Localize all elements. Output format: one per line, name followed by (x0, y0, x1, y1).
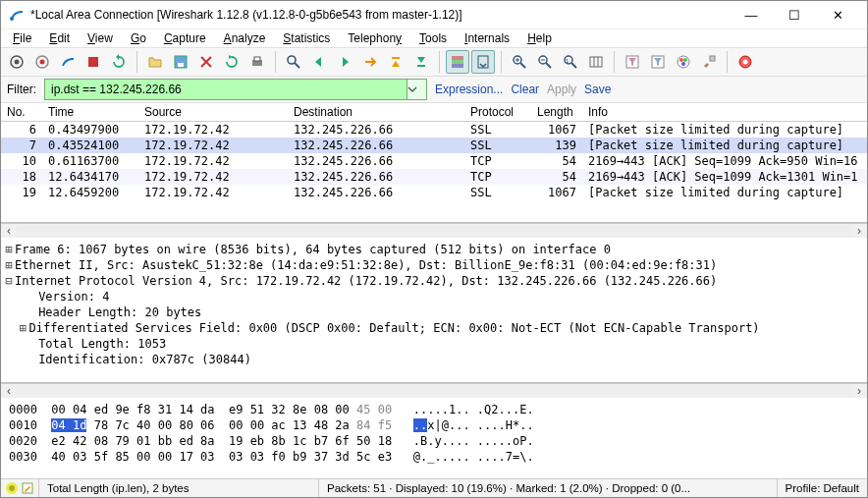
table-row[interactable]: 70.43524100172.19.72.42132.245.226.66SSL… (1, 138, 867, 153)
resize-columns-button[interactable] (584, 50, 608, 74)
details-hscroll[interactable]: ‹› (1, 383, 867, 398)
apply-link[interactable]: Apply (547, 83, 576, 96)
collapse-icon[interactable]: ⊟ (3, 273, 15, 289)
status-packets: Packets: 51 · Displayed: 10 (19.6%) · Ma… (319, 479, 778, 497)
tree-ipv4-dsfield[interactable]: ⊞Differentiated Services Field: 0x00 (DS… (3, 320, 865, 336)
status-profile[interactable]: Profile: Default (778, 479, 867, 497)
svg-point-36 (681, 62, 685, 66)
go-to-packet-button[interactable] (358, 50, 382, 74)
go-forward-button[interactable] (333, 50, 356, 74)
expand-icon[interactable]: ⊞ (17, 320, 28, 336)
svg-point-39 (743, 60, 748, 65)
zoom-100-button[interactable]: 1 (559, 50, 582, 74)
expert-info-icon[interactable] (5, 481, 19, 495)
menu-internals[interactable]: Internals (457, 29, 517, 47)
packet-list-pane[interactable]: No. Time Source Destination Protocol Len… (1, 103, 867, 223)
go-back-button[interactable] (307, 50, 331, 74)
svg-rect-13 (417, 65, 425, 67)
find-button[interactable] (282, 50, 305, 74)
menu-telephony[interactable]: Telephony (340, 29, 409, 47)
menu-capture[interactable]: Capture (156, 29, 214, 47)
col-header-no[interactable]: No. (1, 103, 42, 122)
menu-analyze[interactable]: Analyze (216, 29, 274, 47)
table-row[interactable]: 100.61163700172.19.72.42132.245.226.66TC… (1, 153, 867, 169)
tree-ipv4[interactable]: ⊟Internet Protocol Version 4, Src: 172.1… (3, 273, 865, 289)
packet-details-pane[interactable]: ⊞Frame 6: 1067 bytes on wire (8536 bits)… (1, 238, 867, 383)
save-file-button[interactable] (169, 50, 192, 74)
menu-file[interactable]: File (5, 29, 39, 47)
capture-stop-button[interactable] (81, 50, 105, 74)
svg-text:1: 1 (566, 58, 570, 64)
packet-bytes-pane[interactable]: 0000 00 04 ed 9e f8 31 14 da e9 51 32 8e… (1, 398, 867, 478)
zoom-in-button[interactable] (508, 50, 531, 74)
svg-line-19 (520, 63, 525, 68)
help-button[interactable] (733, 50, 757, 74)
filter-input-box (44, 79, 427, 100)
save-link[interactable]: Save (584, 83, 611, 96)
svg-rect-16 (452, 64, 463, 68)
coloring-rules-button[interactable] (672, 50, 695, 74)
edit-capture-comment-icon[interactable] (21, 481, 34, 495)
auto-scroll-button[interactable] (471, 50, 495, 74)
go-last-button[interactable] (409, 50, 433, 74)
tree-frame[interactable]: ⊞Frame 6: 1067 bytes on wire (8536 bits)… (3, 242, 865, 257)
expand-icon[interactable]: ⊞ (3, 257, 15, 273)
capture-start-button[interactable] (56, 50, 80, 74)
filter-input[interactable] (45, 80, 407, 99)
print-button[interactable] (245, 50, 269, 74)
titlebar: *Local Area Connection [Wireshark 1.12.8… (1, 1, 867, 29)
status-field: Total Length (ip.len), 2 bytes (39, 479, 319, 497)
clear-link[interactable]: Clear (511, 83, 539, 96)
open-file-button[interactable] (143, 50, 167, 74)
tree-ethernet[interactable]: ⊞Ethernet II, Src: AsustekC_51:32:8e (14… (3, 257, 865, 273)
col-header-length[interactable]: Length (531, 103, 582, 122)
go-first-button[interactable] (384, 50, 407, 74)
col-header-destination[interactable]: Destination (288, 103, 464, 122)
colorize-button[interactable] (446, 50, 469, 74)
svg-point-35 (683, 58, 687, 62)
tree-ipv4-headerlen[interactable]: Header Length: 20 bytes (3, 304, 865, 320)
col-header-source[interactable]: Source (138, 103, 288, 122)
svg-rect-15 (452, 60, 463, 64)
svg-rect-28 (590, 57, 602, 67)
svg-point-41 (9, 485, 15, 491)
hex-row: 0010 04 1d 78 7c 40 00 80 06 00 00 ac 13… (9, 417, 859, 433)
capture-options-button[interactable] (30, 50, 54, 74)
hex-row: 0030 40 03 5f 85 00 00 17 03 03 03 f0 b9… (9, 449, 859, 465)
filter-dropdown-button[interactable] (407, 80, 426, 99)
close-button[interactable]: ✕ (816, 1, 859, 28)
close-file-button[interactable] (194, 50, 218, 74)
expression-link[interactable]: Expression... (435, 83, 503, 96)
display-filters-button[interactable] (646, 50, 670, 74)
capture-interfaces-button[interactable] (5, 50, 28, 74)
svg-rect-5 (88, 57, 98, 67)
menu-tools[interactable]: Tools (411, 29, 455, 47)
menu-go[interactable]: Go (123, 29, 154, 47)
table-row[interactable]: 1912.6459200172.19.72.42132.245.226.66SS… (1, 185, 867, 200)
zoom-out-button[interactable] (533, 50, 557, 74)
menu-edit[interactable]: Edit (41, 29, 78, 47)
menu-view[interactable]: View (80, 29, 121, 47)
reload-button[interactable] (220, 50, 244, 74)
menu-statistics[interactable]: Statistics (275, 29, 338, 47)
svg-point-34 (679, 58, 683, 62)
svg-point-4 (40, 60, 45, 65)
col-header-info[interactable]: Info (582, 103, 867, 122)
packet-list-hscroll[interactable]: ‹› (1, 223, 867, 238)
tree-ipv4-version[interactable]: Version: 4 (3, 289, 865, 304)
capture-filters-button[interactable] (621, 50, 644, 74)
table-row[interactable]: 1812.6434170172.19.72.42132.245.226.66TC… (1, 169, 867, 185)
preferences-button[interactable] (697, 50, 721, 74)
minimize-button[interactable]: — (730, 1, 773, 28)
tree-ipv4-ident[interactable]: Identification: 0x787c (30844) (3, 352, 865, 367)
tree-ipv4-totlen[interactable]: Total Length: 1053 (3, 336, 865, 352)
capture-restart-button[interactable] (107, 50, 131, 74)
packet-list-header[interactable]: No. Time Source Destination Protocol Len… (1, 103, 867, 122)
col-header-time[interactable]: Time (42, 103, 138, 122)
svg-rect-37 (710, 56, 715, 61)
maximize-button[interactable]: ☐ (773, 1, 816, 28)
col-header-protocol[interactable]: Protocol (464, 103, 531, 122)
expand-icon[interactable]: ⊞ (3, 242, 15, 257)
table-row[interactable]: 60.43497900172.19.72.42132.245.226.66SSL… (1, 122, 867, 138)
menu-help[interactable]: Help (519, 29, 560, 47)
